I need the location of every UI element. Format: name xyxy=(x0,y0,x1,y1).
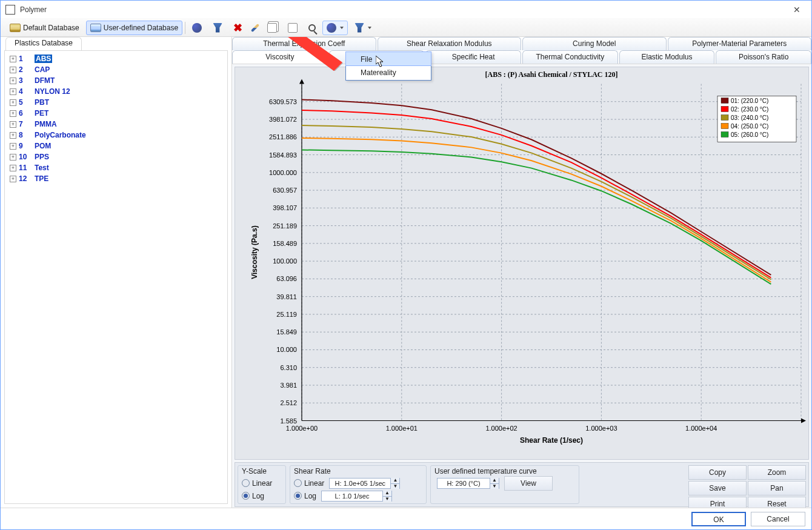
tab[interactable]: Viscosity xyxy=(232,50,328,64)
expand-icon[interactable]: + xyxy=(10,165,16,171)
chart-area: File Matereality [ABS : (P) Asahi Chemic… xyxy=(235,67,809,460)
svg-marker-54 xyxy=(299,79,304,84)
tree-item[interactable]: +9POM xyxy=(8,141,227,151)
cancel-button[interactable]: Cancel xyxy=(751,512,805,526)
window-title: Polymer xyxy=(20,5,787,14)
expand-icon[interactable]: + xyxy=(10,143,16,150)
tree-tab-header[interactable]: Plastics Database xyxy=(5,37,82,50)
dropdown-item-file[interactable]: File xyxy=(345,51,431,66)
tree-item[interactable]: +3DFMT xyxy=(8,75,227,86)
tree-item[interactable]: +12TPE xyxy=(8,173,227,184)
spin-down-icon[interactable]: ▼ xyxy=(391,483,399,489)
expand-icon[interactable]: + xyxy=(10,56,16,62)
app-icon xyxy=(5,5,15,15)
ok-button[interactable]: OK xyxy=(691,512,746,526)
yscale-linear-radio[interactable]: Linear xyxy=(242,477,282,489)
view-button[interactable]: View xyxy=(504,476,553,491)
toolbar-icon-1[interactable] xyxy=(188,21,206,35)
svg-text:1.000e+03: 1.000e+03 xyxy=(585,425,617,432)
tab[interactable]: Poisson's Ratio xyxy=(716,50,811,64)
svg-text:6.310: 6.310 xyxy=(280,364,297,371)
tree-item[interactable]: +11Test xyxy=(8,162,227,173)
shearrate-group: Shear Rate Linear H: 1.0e+05 1/sec▲▼ Log… xyxy=(290,465,427,504)
tree-item[interactable]: +2CAP xyxy=(8,64,227,75)
pan-button[interactable]: Pan xyxy=(748,481,806,495)
svg-marker-55 xyxy=(801,419,806,423)
expand-icon[interactable]: + xyxy=(10,132,16,139)
svg-text:39.811: 39.811 xyxy=(276,293,297,300)
spin-down-icon[interactable]: ▼ xyxy=(383,496,391,502)
tab[interactable]: Polymer-Material Parameters xyxy=(668,37,812,50)
spin-up-icon[interactable]: ▲ xyxy=(391,478,399,483)
svg-text:[ABS : (P)  Asahi Chemical / S: [ABS : (P) Asahi Chemical / STYLAC 120] xyxy=(485,70,617,79)
expand-icon[interactable]: + xyxy=(10,99,16,106)
spin-up-icon[interactable]: ▲ xyxy=(490,478,499,483)
zoom-button[interactable]: Zoom xyxy=(748,465,806,480)
expand-icon[interactable]: + xyxy=(10,121,16,128)
tree-item-num: 7 xyxy=(19,120,32,128)
user-defined-database-button[interactable]: User-defined Database xyxy=(86,21,182,35)
tree-item[interactable]: +1ABS xyxy=(8,53,227,64)
tree-item[interactable]: +8PolyCarbonate xyxy=(8,130,227,141)
expand-icon[interactable]: + xyxy=(10,88,16,95)
separator xyxy=(185,22,185,34)
toolbar-import-dropdown[interactable] xyxy=(322,21,348,35)
default-database-button[interactable]: Default Database xyxy=(5,21,84,35)
yscale-group: Y-Scale Linear Log xyxy=(238,465,286,504)
toolbar-edit[interactable] xyxy=(250,21,261,35)
expand-icon[interactable]: + xyxy=(10,154,16,161)
tree-item-label: NYLON 12 xyxy=(35,87,70,96)
expand-icon[interactable]: + xyxy=(10,78,16,84)
tree-item-label: CAP xyxy=(35,65,50,74)
svg-rect-63 xyxy=(721,115,728,121)
toolbar-filter-dropdown[interactable] xyxy=(350,21,376,35)
svg-text:158.489: 158.489 xyxy=(273,240,297,247)
shearrate-low-spin[interactable]: L: 1.0 1/sec▲▼ xyxy=(321,491,392,502)
svg-text:251.189: 251.189 xyxy=(273,222,297,230)
tab[interactable]: Thermal Expansion Coeff xyxy=(232,37,376,50)
tree-item-label: POM xyxy=(35,142,51,150)
svg-text:630.957: 630.957 xyxy=(273,187,297,194)
yscale-log-radio[interactable]: Log xyxy=(242,489,282,502)
spin-down-icon[interactable]: ▼ xyxy=(490,483,499,489)
toolbar-paste[interactable] xyxy=(284,21,302,35)
toolbar-delete[interactable]: ✖ xyxy=(229,21,247,35)
spacer xyxy=(583,465,685,504)
funnel-add-icon xyxy=(213,23,222,33)
toolbar-copy[interactable] xyxy=(263,21,281,35)
tab[interactable]: Thermal Conductivity xyxy=(522,50,618,64)
svg-text:15.849: 15.849 xyxy=(276,328,297,336)
expand-icon[interactable]: + xyxy=(10,176,16,182)
tree-item[interactable]: +5PBT xyxy=(8,97,227,108)
tree-item-label: Test xyxy=(35,164,49,172)
print-button[interactable]: Print xyxy=(688,497,747,508)
copy-button[interactable]: Copy xyxy=(688,465,747,480)
tree-item[interactable]: +10PPS xyxy=(8,151,227,162)
dropdown-item-matereality[interactable]: Matereality xyxy=(346,65,431,80)
tab[interactable]: Curing Model xyxy=(522,37,667,50)
tree-item[interactable]: +4NYLON 12 xyxy=(8,86,227,97)
plastics-tree[interactable]: +1ABS+2CAP+3DFMT+4NYLON 12+5PBT+6PET+7PM… xyxy=(4,50,228,504)
tab[interactable]: Specific Heat xyxy=(425,50,521,64)
tree-item-num: 6 xyxy=(19,109,32,118)
tree-item[interactable]: +7PMMA xyxy=(8,119,227,130)
shearrate-log-radio[interactable]: Log L: 1.0 1/sec▲▼ xyxy=(294,489,422,502)
toolbar-icon-2[interactable] xyxy=(208,21,227,35)
shearrate-high-spin[interactable]: H: 1.0e+05 1/sec▲▼ xyxy=(329,478,400,489)
save-button[interactable]: Save xyxy=(688,481,747,495)
toolbar-search[interactable] xyxy=(304,21,320,35)
reset-button[interactable]: Reset xyxy=(748,497,806,508)
svg-text:1000.000: 1000.000 xyxy=(269,169,297,176)
expand-icon[interactable]: + xyxy=(10,67,16,73)
svg-rect-67 xyxy=(721,132,728,137)
svg-text:Viscosity (Pa.s): Viscosity (Pa.s) xyxy=(250,225,259,279)
close-button[interactable]: ✕ xyxy=(787,5,807,15)
tab[interactable]: Shear Relaxation Modulus xyxy=(378,37,522,50)
shearrate-linear-radio[interactable]: Linear H: 1.0e+05 1/sec▲▼ xyxy=(294,477,422,489)
tab[interactable]: Elastic Modulus xyxy=(619,50,715,64)
temperature-spin[interactable]: H: 290 (°C)▲▼ xyxy=(437,478,499,489)
tree-item[interactable]: +6PET xyxy=(8,108,227,119)
expand-icon[interactable]: + xyxy=(10,110,16,117)
svg-text:03: (240.0 °C): 03: (240.0 °C) xyxy=(731,114,768,121)
spin-up-icon[interactable]: ▲ xyxy=(383,491,391,496)
